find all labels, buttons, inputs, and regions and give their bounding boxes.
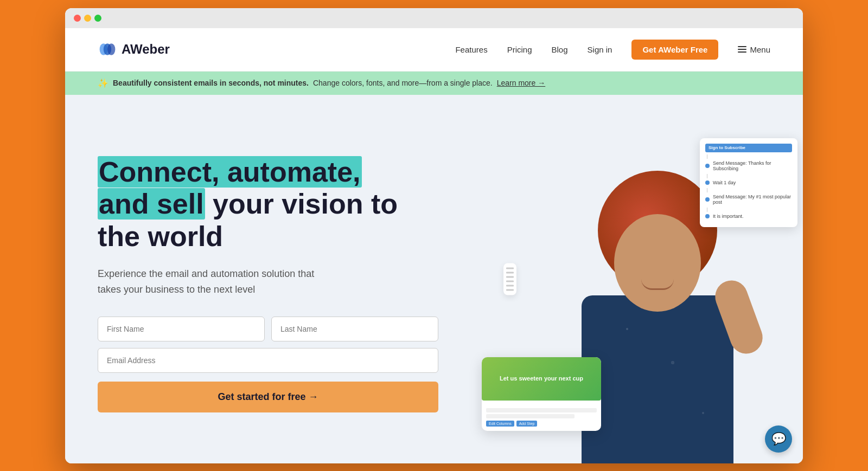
aweber-logo-icon bbox=[98, 40, 117, 59]
maximize-button[interactable] bbox=[94, 15, 101, 22]
workflow-step-1-label: Send Message: Thanks for Subscribing bbox=[713, 160, 792, 171]
svg-point-2 bbox=[107, 43, 115, 55]
edit-columns-button[interactable]: Edit Columns bbox=[486, 421, 514, 427]
banner-learn-more-link[interactable]: Learn more → bbox=[497, 79, 545, 87]
sidebar-control-6 bbox=[506, 289, 514, 291]
name-fields-row bbox=[98, 317, 438, 341]
banner-bold-text: Beautifully consistent emails in seconds… bbox=[113, 79, 309, 87]
step-connector-4 bbox=[707, 208, 792, 212]
hero-subtitle: Experience the email and automation solu… bbox=[98, 266, 326, 298]
chat-button[interactable]: 💬 bbox=[765, 425, 792, 453]
hamburger-menu[interactable]: Menu bbox=[738, 45, 770, 54]
hamburger-icon bbox=[738, 46, 746, 53]
step-connector-2 bbox=[707, 174, 792, 178]
workflow-step-3: Send Message: My #1 most popular post bbox=[705, 194, 792, 205]
email-input[interactable] bbox=[98, 348, 438, 373]
workflow-step-4-label: It is important. bbox=[713, 214, 744, 219]
email-card-header-text: Let us sweeten your next cup bbox=[500, 375, 583, 382]
logo-text: AWeber bbox=[122, 42, 170, 57]
sidebar-control-4 bbox=[506, 280, 514, 282]
hero-section: Connect, automate, and sell your vision … bbox=[65, 95, 803, 463]
last-name-input[interactable] bbox=[271, 317, 438, 341]
nav-pricing[interactable]: Pricing bbox=[507, 45, 532, 54]
hero-title-part4: the world bbox=[98, 221, 223, 252]
nav-signin[interactable]: Sign in bbox=[588, 45, 612, 54]
step-dot-4 bbox=[705, 214, 710, 218]
email-card-body: Edit Columns Add Step bbox=[482, 404, 601, 431]
banner-regular-text: Change colors, fonts, and more—from a si… bbox=[313, 79, 493, 87]
card-line-2 bbox=[486, 414, 575, 418]
workflow-step-4: It is important. bbox=[705, 214, 792, 219]
browser-window: AWeber Features Pricing Blog Sign in Get… bbox=[65, 8, 803, 463]
navbar: AWeber Features Pricing Blog Sign in Get… bbox=[65, 28, 803, 72]
first-name-input[interactable] bbox=[98, 317, 265, 341]
sidebar-control-2 bbox=[506, 272, 514, 273]
hero-title: Connect, automate, and sell your vision … bbox=[98, 156, 438, 253]
hero-title-highlight1: Connect, automate, bbox=[98, 156, 362, 188]
minimize-button[interactable] bbox=[84, 15, 91, 22]
sidebar-control-3 bbox=[506, 276, 514, 278]
step-connector-1 bbox=[707, 154, 792, 159]
hero-title-highlight2: and sell bbox=[98, 188, 205, 220]
add-step-button[interactable]: Add Step bbox=[516, 421, 538, 427]
step-dot-2 bbox=[705, 180, 710, 185]
traffic-lights bbox=[74, 15, 101, 22]
workflow-step-1: Send Message: Thanks for Subscribing bbox=[705, 160, 792, 171]
workflow-step-3-label: Send Message: My #1 most popular post bbox=[713, 194, 792, 205]
person-smile bbox=[641, 279, 674, 290]
get-aweber-free-button[interactable]: Get AWeber Free bbox=[631, 40, 718, 60]
email-template-card: Let us sweeten your next cup Edit Column… bbox=[482, 357, 601, 431]
person-face bbox=[614, 214, 701, 312]
hero-title-part3: your vision to bbox=[205, 188, 398, 220]
card-line-1 bbox=[486, 408, 597, 412]
workflow-card: Sign to Subscribe Send Message: Thanks f… bbox=[700, 138, 797, 227]
workflow-subscribe-bar: Sign to Subscribe bbox=[705, 144, 792, 152]
person-body bbox=[582, 295, 733, 463]
nav-links: Features Pricing Blog Sign in Get AWeber… bbox=[455, 40, 770, 60]
sidebar-control-5 bbox=[506, 285, 514, 286]
email-card-header: Let us sweeten your next cup bbox=[482, 357, 601, 401]
step-dot-3 bbox=[705, 197, 710, 202]
step-connector-3 bbox=[707, 188, 792, 192]
card-controls: Edit Columns Add Step bbox=[486, 421, 597, 427]
chat-icon: 💬 bbox=[771, 432, 786, 446]
announcement-banner: ✨ Beautifully consistent emails in secon… bbox=[65, 72, 803, 95]
logo-area: AWeber bbox=[98, 40, 170, 59]
workflow-step-2: Wait 1 day bbox=[705, 180, 792, 185]
browser-chrome bbox=[65, 8, 803, 28]
sparkle-icon: ✨ bbox=[98, 78, 108, 88]
hero-right: Sign to Subscribe Send Message: Thanks f… bbox=[471, 95, 803, 463]
editor-sidebar bbox=[503, 263, 516, 295]
nav-features[interactable]: Features bbox=[455, 45, 487, 54]
nav-blog[interactable]: Blog bbox=[552, 45, 568, 54]
get-started-button[interactable]: Get started for free → bbox=[98, 382, 438, 412]
step-dot-1 bbox=[705, 164, 710, 168]
hero-left: Connect, automate, and sell your vision … bbox=[65, 95, 471, 463]
workflow-step-2-label: Wait 1 day bbox=[713, 180, 736, 185]
menu-label: Menu bbox=[750, 45, 770, 54]
sidebar-control-1 bbox=[506, 267, 514, 269]
close-button[interactable] bbox=[74, 15, 81, 22]
